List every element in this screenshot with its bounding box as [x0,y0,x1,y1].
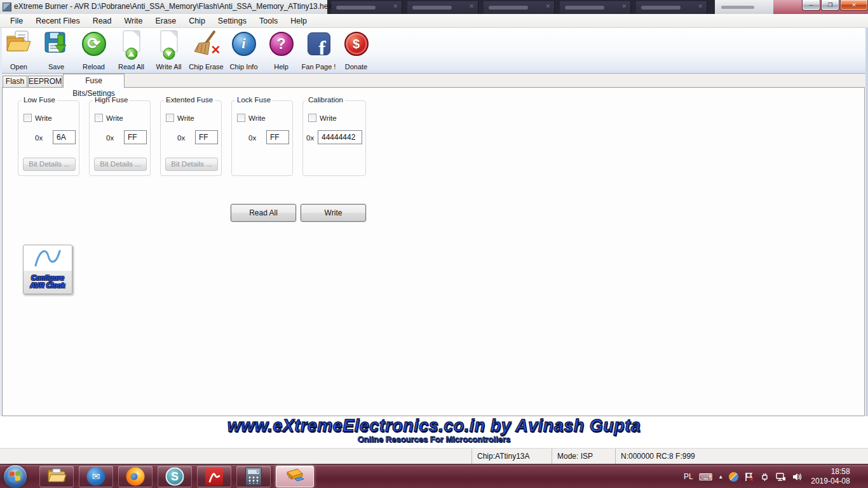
menu-help[interactable]: Help [284,15,313,27]
status-counters: N:000000 RC:8 F:999 [615,449,868,464]
s-app-icon: S [166,468,184,486]
clock[interactable]: 18:58 2019-04-08 [808,467,850,486]
toolbar-chip-info-button[interactable]: i Chip Info [225,28,262,73]
extended-fuse-write-checkbox[interactable]: Write [166,114,194,122]
tray-program-icon[interactable] [729,472,738,482]
taskbar-firefox-button[interactable] [118,466,153,487]
toolbar-donate-button[interactable]: $ Donate [337,28,375,73]
menu-settings[interactable]: Settings [212,15,253,27]
high-fuse-write-checkbox[interactable]: Write [95,114,123,122]
menu-erase[interactable]: Erase [149,15,182,27]
low-fuse-write-checkbox[interactable]: Write [24,114,52,122]
power-plug-icon[interactable] [759,472,770,482]
toolbar-label: Reload [75,63,112,71]
high-fuse-group: High Fuse Write 0x Bit Details ... [89,100,151,176]
tab-eeprom[interactable]: EEPROM [28,76,62,87]
tab-flash[interactable]: Flash [3,76,27,87]
read-all-button[interactable]: Read All [231,204,296,222]
background-browser-tab [484,1,555,14]
facebook-icon: f [305,30,333,58]
group-title: Lock Fuse [235,96,273,104]
background-browser-tab [331,1,402,14]
hex-prefix-label: 0x [248,134,256,142]
taskbar-s-app-button[interactable]: S [158,466,192,487]
window-edge-right [865,28,868,448]
toolbar-label: Fan Page ! [300,63,337,71]
menu-tools[interactable]: Tools [253,15,284,27]
checkbox-icon[interactable] [166,114,174,122]
checkbox-icon[interactable] [95,114,103,122]
configure-avr-clock-button[interactable]: Configure AVR Clock [23,245,72,294]
menu-read[interactable]: Read [86,15,118,27]
reload-icon: ⟳ [80,30,108,58]
action-center-flag-icon[interactable]: ✕ [744,472,754,482]
menu-file[interactable]: File [4,15,29,27]
calibration-write-checkbox[interactable]: Write [308,114,337,122]
taskbar-thunderbird-button[interactable]: ✉ [79,466,113,487]
toolbar-label: Open [0,63,37,71]
checkbox-icon[interactable] [237,114,245,122]
toolbar-read-all-button[interactable]: Read All [112,28,150,73]
toolbar-fan-page-button[interactable]: f Fan Page ! [300,28,337,73]
status-mode: Mode: ISP [552,449,615,464]
tab-strip: Flash EEPROM Fuse Bits/Settings [0,74,868,87]
firefox-icon [126,468,145,486]
read-all-icon [118,30,146,58]
extended-fuse-group: Extented Fuse Write 0x Bit Details ... [160,100,222,176]
write-button[interactable]: Write [301,204,366,222]
footer-site-text: www.eXtremeElectronics.co.in by Avinash … [0,416,868,436]
low-fuse-value-input[interactable] [53,130,76,144]
low-fuse-bit-details-button[interactable]: Bit Details ... [23,158,76,171]
extended-fuse-value-input[interactable] [195,130,218,144]
taskbar-extreme-burner-button[interactable] [276,466,314,487]
language-indicator[interactable]: PL [684,472,693,481]
high-fuse-bit-details-button[interactable]: Bit Details ... [94,158,147,171]
sine-wave-icon [32,247,63,272]
minimize-button[interactable]: ─ [802,0,820,11]
start-button[interactable] [4,465,27,488]
keyboard-layout-icon[interactable]: ⌨ [699,472,713,482]
toolbar-open-button[interactable]: Open [0,28,37,73]
close-button[interactable]: ✕ [840,0,868,11]
restore-button[interactable]: ❐ [821,0,839,11]
svg-text:✕: ✕ [749,477,754,482]
high-fuse-value-input[interactable] [124,130,147,144]
chip-erase-broom-icon: ✕ [193,30,220,58]
extreme-burner-chip-icon [284,466,306,487]
toolbar-save-button[interactable]: Save [37,28,75,73]
toolbar-write-all-button[interactable]: Write All [150,28,187,73]
write-all-icon [155,30,183,58]
taskbar-adobe-reader-button[interactable] [197,466,231,487]
checkbox-label: Write [320,114,337,122]
thunderbird-icon: ✉ [87,468,105,486]
checkbox-label: Write [35,114,52,122]
hex-prefix-label: 0x [177,134,185,142]
taskbar-calculator-button[interactable]: 0 [236,466,271,487]
status-chip: Chip:ATtiny13A [471,449,552,464]
background-browser-tab [636,1,707,14]
group-title: Extented Fuse [164,96,215,104]
system-tray: PL ⌨ ▲ ✕ [684,464,850,488]
menu-chip[interactable]: Chip [182,15,212,27]
toolbar-reload-button[interactable]: ⟳ Reload [75,28,112,73]
volume-icon[interactable] [792,472,803,482]
checkbox-icon[interactable] [24,114,32,122]
taskbar-windows-explorer-button[interactable] [39,466,74,487]
menu-write[interactable]: Write [118,15,149,27]
toolbar-help-button[interactable]: ? Help [262,28,300,73]
network-icon[interactable] [775,472,786,482]
show-hidden-icons-arrow[interactable]: ▲ [718,474,723,480]
tab-fuse-bits-settings[interactable]: Fuse Bits/Settings [63,74,125,88]
lock-fuse-value-input[interactable] [266,130,289,144]
footer-banner: www.eXtremeElectronics.co.in by Avinash … [0,416,868,448]
toolbar-label: Donate [337,63,375,71]
lock-fuse-write-checkbox[interactable]: Write [237,114,266,122]
menu-recent-files[interactable]: Recent Files [29,15,86,27]
checkbox-icon[interactable] [308,114,316,122]
calibration-value-input[interactable] [318,130,362,144]
group-title: Calibration [306,96,345,104]
extended-fuse-bit-details-button[interactable]: Bit Details ... [165,158,218,171]
low-fuse-group: Low Fuse Write 0x Bit Details ... [18,100,79,176]
toolbar-chip-erase-button[interactable]: ✕ Chip Erase [187,28,225,73]
group-title: Low Fuse [22,96,57,104]
